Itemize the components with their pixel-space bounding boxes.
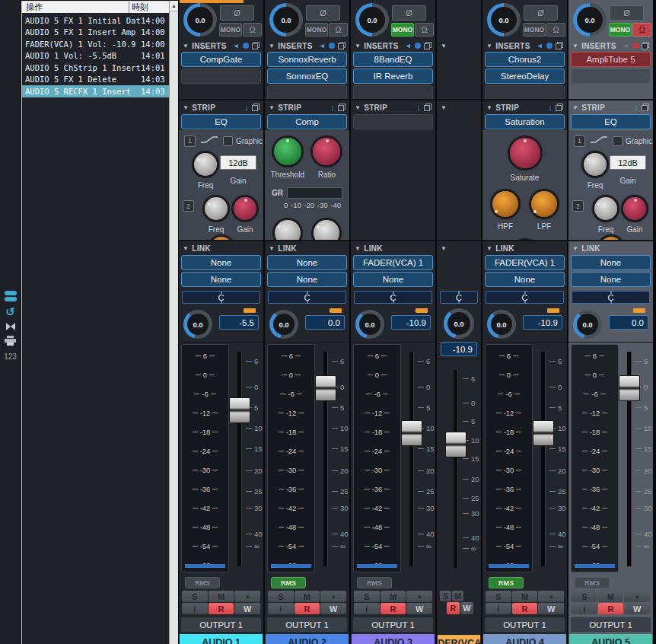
insert-plugin-button[interactable]: Chorus2 <box>485 52 565 67</box>
link-button[interactable]: FADER(VCA) 1 <box>485 255 565 270</box>
collapse-link-icon[interactable]: ▼ <box>269 245 275 252</box>
trim-knob[interactable]: 0.0 <box>573 310 602 339</box>
insert-back-icon[interactable]: ◄ <box>537 43 543 49</box>
strip-module-button[interactable]: EQ <box>181 114 261 129</box>
read-automation-button[interactable]: R <box>295 603 320 614</box>
strip-download-icon[interactable]: ↓ <box>416 104 421 112</box>
strip-download-icon[interactable]: ↓ <box>330 104 335 112</box>
mute-button[interactable]: M <box>512 591 538 602</box>
solo-button[interactable]: S <box>268 591 294 602</box>
solo-button[interactable]: S <box>572 591 597 602</box>
link-button[interactable]: None <box>571 255 651 270</box>
copy-icon[interactable] <box>556 104 563 111</box>
volume-display[interactable]: -10.9 <box>391 315 431 330</box>
mono-button[interactable]: MONO <box>391 23 414 37</box>
input-echo-button[interactable]: i <box>354 603 380 614</box>
solo-button[interactable]: S <box>182 591 208 602</box>
input-gain-knob[interactable]: 0.0 <box>269 3 303 37</box>
fader-track[interactable] <box>541 352 546 566</box>
solo-button[interactable]: S <box>440 591 451 601</box>
output-button[interactable]: OUTPUT 1 <box>181 617 261 632</box>
insert-plugin-button[interactable]: AmpliTube 5 <box>571 52 651 67</box>
trim-knob[interactable]: 0.0 <box>487 310 516 339</box>
fader-track[interactable] <box>409 352 414 566</box>
channel-name[interactable]: FADER(VCA) 1 <box>438 635 480 644</box>
insert-enable-icon[interactable] <box>632 43 638 49</box>
collapse-strip-icon[interactable]: ▼ <box>441 104 447 111</box>
mute-button[interactable]: M <box>295 591 320 602</box>
record-arm-button[interactable]: ● <box>320 591 346 602</box>
mono-button[interactable]: MONO <box>305 23 328 37</box>
history-scrollbar[interactable]: ▲ <box>169 1 178 644</box>
input-gain-knob[interactable]: 0.0 <box>355 3 389 37</box>
input-gain-knob[interactable]: 0.0 <box>573 3 607 37</box>
graphic-checkbox[interactable] <box>613 136 623 146</box>
eq-band3-knob[interactable] <box>600 237 623 240</box>
collapse-link-icon[interactable]: ▼ <box>486 245 492 252</box>
fader-handle[interactable] <box>619 375 640 401</box>
headphones-icon[interactable]: Ω <box>243 23 262 37</box>
copy-icon[interactable] <box>556 42 563 49</box>
history-row[interactable]: AUDIO 5 FX 1 Insert Amp14:00 <box>22 27 170 39</box>
trim-knob[interactable]: 0.0 <box>183 310 212 339</box>
collapse-icon[interactable] <box>5 323 15 330</box>
eq-band3-knob[interactable] <box>210 237 233 240</box>
write-automation-button[interactable]: W <box>460 602 473 614</box>
comp-ratio-knob[interactable] <box>313 138 340 165</box>
insert-empty-slot[interactable] <box>571 69 651 84</box>
phase-button[interactable]: Ø <box>610 5 644 21</box>
insert-plugin-button[interactable]: SonnoxReverb <box>267 52 347 67</box>
collapse-inserts-icon[interactable]: ▼ <box>572 43 578 49</box>
insert-enable-icon[interactable] <box>329 43 335 49</box>
insert-back-icon[interactable]: ◄ <box>319 43 326 49</box>
strip-module-button[interactable]: Saturation <box>485 114 565 129</box>
history-row[interactable]: AUDIO 5 FX 1 Delete14:03 <box>22 74 170 86</box>
history-col-time[interactable]: 時刻 <box>129 2 170 13</box>
copy-icon[interactable] <box>424 42 431 49</box>
mute-button[interactable]: M <box>452 591 463 601</box>
insert-empty-slot[interactable] <box>485 85 565 100</box>
link-button[interactable]: FADER(VCA) 1 <box>353 255 433 270</box>
read-automation-button[interactable]: R <box>381 603 406 614</box>
mute-button[interactable]: M <box>209 591 234 602</box>
output-button[interactable]: OUTPUT 1 <box>267 617 347 632</box>
toolbar-123-label[interactable]: 123 <box>4 352 17 361</box>
headphones-icon[interactable]: Ω <box>329 23 348 37</box>
saturate-knob[interactable] <box>510 138 540 168</box>
collapse-strip-icon[interactable]: ▼ <box>269 104 275 111</box>
mono-button[interactable]: MONO <box>219 23 242 37</box>
copy-icon[interactable] <box>252 104 260 111</box>
history-row[interactable]: AUDIO 1 Vol: -5.5dB14:01 <box>22 50 170 62</box>
write-automation-button[interactable]: W <box>538 603 564 614</box>
strip-module-button[interactable]: Comp <box>267 114 347 129</box>
link-button[interactable]: None <box>181 255 261 270</box>
copy-icon[interactable] <box>642 42 649 49</box>
record-arm-button[interactable]: ● <box>624 591 650 602</box>
pan-slider[interactable]: C <box>572 291 650 304</box>
pan-slider[interactable]: C <box>440 291 478 304</box>
collapse-strip-icon[interactable]: ▼ <box>572 104 578 111</box>
rms-button[interactable]: RMS <box>271 577 306 588</box>
mono-button[interactable]: MONO <box>609 23 632 37</box>
strip-module-button[interactable]: EQ <box>571 114 651 129</box>
collapse-link-icon[interactable]: ▼ <box>183 245 189 252</box>
insert-plugin-button[interactable]: StereoDelay <box>485 69 565 84</box>
channel-name[interactable]: AUDIO 2 <box>266 634 349 644</box>
pan-slider[interactable]: C <box>354 291 432 304</box>
output-button[interactable]: OUTPUT 1 <box>353 617 433 632</box>
eq-gain-knob[interactable] <box>234 197 256 220</box>
phase-button[interactable]: Ø <box>524 5 558 21</box>
rms-button[interactable]: RMS <box>357 577 392 588</box>
insert-empty-slot[interactable] <box>181 69 261 84</box>
record-arm-button[interactable]: ● <box>234 591 260 602</box>
insert-back-icon[interactable]: ◄ <box>623 43 629 49</box>
volume-display[interactable]: -5.5 <box>219 315 259 330</box>
insert-empty-slot[interactable] <box>267 85 347 100</box>
volume-display[interactable]: -10.9 <box>441 342 477 356</box>
eq-freq-knob[interactable] <box>594 197 617 220</box>
pan-slider[interactable]: C <box>268 291 346 304</box>
strip-download-icon[interactable]: ↓ <box>634 104 638 112</box>
trim-knob[interactable]: 0.0 <box>444 308 474 339</box>
trim-knob[interactable]: 0.0 <box>269 310 298 339</box>
link-button[interactable]: None <box>571 272 651 287</box>
